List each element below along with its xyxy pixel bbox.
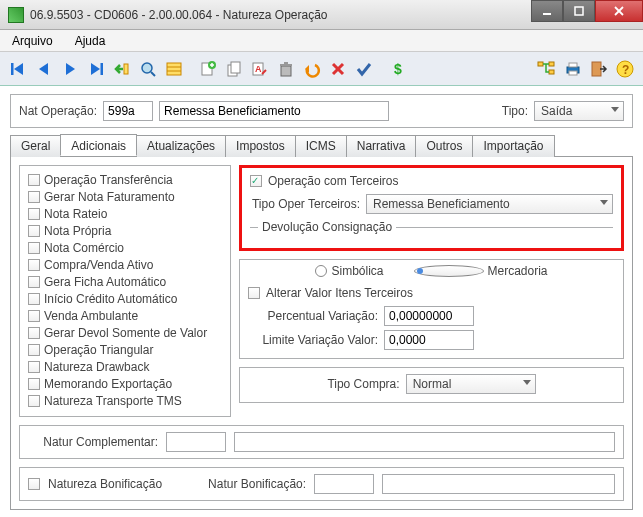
- lbl-7: Início Crédito Automático: [44, 292, 177, 306]
- natur-bonif-label: Natur Bonificação:: [208, 477, 306, 491]
- tipo-oper-terc-select[interactable]: Remessa Beneficiamento: [366, 194, 613, 214]
- search-icon[interactable]: [136, 57, 160, 81]
- lbl-12: Memorando Exportação: [44, 377, 172, 391]
- nav-first-icon[interactable]: [6, 57, 30, 81]
- chk-op-transferencia[interactable]: [28, 174, 40, 186]
- lbl-simbolica: Simbólica: [331, 264, 383, 278]
- tree-icon[interactable]: [535, 57, 559, 81]
- tipo-select[interactable]: Saída: [534, 101, 624, 121]
- chk-op-terceiros[interactable]: [250, 175, 262, 187]
- natur-compl-desc[interactable]: [234, 432, 615, 452]
- copy-icon[interactable]: [222, 57, 246, 81]
- chk-op-triangular[interactable]: [28, 344, 40, 356]
- terceiros-values-group: Simbólica Mercadoria Alterar Valor Itens…: [239, 259, 624, 359]
- svg-marker-7: [66, 63, 75, 75]
- edit-icon[interactable]: A: [248, 57, 272, 81]
- chk-nota-propria[interactable]: [28, 225, 40, 237]
- nav-next-icon[interactable]: [58, 57, 82, 81]
- window-title: 06.9.5503 - CD0606 - 2.00.00.064 - Natur…: [30, 8, 531, 22]
- table-icon[interactable]: [162, 57, 186, 81]
- tab-geral[interactable]: Geral: [10, 135, 61, 157]
- cancel-icon[interactable]: [326, 57, 350, 81]
- svg-rect-24: [281, 66, 291, 76]
- chk-nota-comercio[interactable]: [28, 242, 40, 254]
- currency-icon[interactable]: $: [386, 57, 410, 81]
- toolbar: A $ ?: [0, 52, 643, 86]
- minimize-button[interactable]: [531, 0, 563, 22]
- svg-text:A: A: [255, 64, 262, 74]
- nav-last-icon[interactable]: [84, 57, 108, 81]
- terceiros-highlight-group: Operação com Terceiros Tipo Oper Terceir…: [239, 165, 624, 251]
- natur-compl-label: Natur Complementar:: [28, 435, 158, 449]
- lbl-9: Gerar Devol Somente de Valor: [44, 326, 207, 340]
- devolucao-legend: Devolução Consignação: [258, 220, 396, 234]
- close-button[interactable]: [595, 0, 643, 22]
- nat-operacao-desc[interactable]: [159, 101, 389, 121]
- tab-icms[interactable]: ICMS: [295, 135, 347, 157]
- svg-marker-6: [39, 63, 48, 75]
- svg-rect-35: [569, 63, 577, 67]
- lbl-13: Natureza Transporte TMS: [44, 394, 182, 408]
- nat-operacao-code[interactable]: [103, 101, 153, 121]
- tab-outros[interactable]: Outros: [415, 135, 473, 157]
- chk-compra-venda-ativo[interactable]: [28, 259, 40, 271]
- chk-natureza-drawback[interactable]: [28, 361, 40, 373]
- help-icon[interactable]: ?: [613, 57, 637, 81]
- svg-text:$: $: [394, 61, 402, 77]
- titlebar: 06.9.5503 - CD0606 - 2.00.00.064 - Natur…: [0, 0, 643, 30]
- svg-rect-33: [549, 70, 554, 74]
- svg-point-11: [142, 63, 152, 73]
- lim-variacao-label: Limite Variação Valor:: [248, 333, 378, 347]
- maximize-button[interactable]: [563, 0, 595, 22]
- natur-compl-code[interactable]: [166, 432, 226, 452]
- print-icon[interactable]: [561, 57, 585, 81]
- perc-variacao-input[interactable]: [384, 306, 474, 326]
- chk-gera-ficha-auto[interactable]: [28, 276, 40, 288]
- chk-alterar-valor-itens[interactable]: [248, 287, 260, 299]
- chk-gerar-nota-fat[interactable]: [28, 191, 40, 203]
- exit-icon[interactable]: [587, 57, 611, 81]
- natur-bonif-code[interactable]: [314, 474, 374, 494]
- svg-rect-4: [11, 63, 14, 75]
- menu-arquivo[interactable]: Arquivo: [6, 32, 59, 50]
- tab-narrativa[interactable]: Narrativa: [346, 135, 417, 157]
- svg-rect-13: [167, 63, 181, 75]
- tipo-label: Tipo:: [502, 104, 528, 118]
- tipo-compra-label: Tipo Compra:: [327, 377, 399, 391]
- chk-nota-rateio[interactable]: [28, 208, 40, 220]
- goto-icon[interactable]: [110, 57, 134, 81]
- tab-panel-adicionais: Operação Transferência Gerar Nota Fatura…: [10, 156, 633, 510]
- tab-atualizacoes[interactable]: Atualizações: [136, 135, 226, 157]
- svg-marker-5: [14, 63, 23, 75]
- svg-rect-21: [231, 62, 240, 73]
- radio-mercadoria[interactable]: [414, 265, 484, 277]
- lim-variacao-input[interactable]: [384, 330, 474, 350]
- chk-memorando-export[interactable]: [28, 378, 40, 390]
- tab-impostos[interactable]: Impostos: [225, 135, 296, 157]
- lbl-3: Nota Própria: [44, 224, 111, 238]
- delete-icon[interactable]: [274, 57, 298, 81]
- chk-venda-ambulante[interactable]: [28, 310, 40, 322]
- chk-natureza-transp-tms[interactable]: [28, 395, 40, 407]
- svg-rect-9: [101, 63, 104, 75]
- tipo-compra-select[interactable]: Normal: [406, 374, 536, 394]
- nav-prev-icon[interactable]: [32, 57, 56, 81]
- lbl-10: Operação Triangular: [44, 343, 153, 357]
- tab-adicionais[interactable]: Adicionais: [60, 134, 137, 156]
- lbl-alterar-valor: Alterar Valor Itens Terceiros: [266, 286, 413, 300]
- confirm-icon[interactable]: [352, 57, 376, 81]
- natur-bonif-desc[interactable]: [382, 474, 615, 494]
- undo-icon[interactable]: [300, 57, 324, 81]
- chk-gerar-devol-valor[interactable]: [28, 327, 40, 339]
- tab-importacao[interactable]: Importação: [472, 135, 554, 157]
- radio-simbolica[interactable]: [315, 265, 327, 277]
- new-icon[interactable]: [196, 57, 220, 81]
- chk-natureza-bonificacao[interactable]: [28, 478, 40, 490]
- svg-rect-26: [284, 62, 288, 64]
- menu-ajuda[interactable]: Ajuda: [69, 32, 112, 50]
- chk-inicio-credito-auto[interactable]: [28, 293, 40, 305]
- perc-variacao-label: Percentual Variação:: [248, 309, 378, 323]
- svg-rect-31: [538, 62, 543, 66]
- svg-rect-37: [592, 62, 601, 76]
- tab-row: Geral Adicionais Atualizações Impostos I…: [10, 134, 633, 156]
